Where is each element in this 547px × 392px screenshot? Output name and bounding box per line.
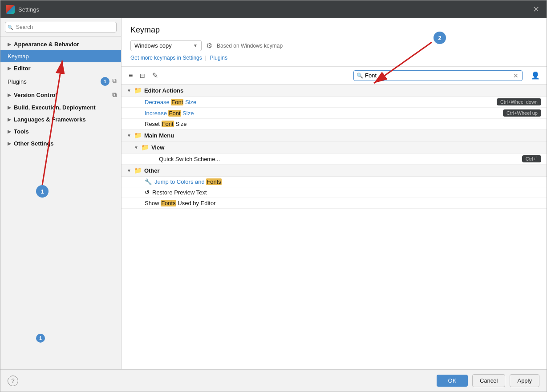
window-title: Settings — [18, 6, 527, 13]
link-separator: | — [205, 55, 208, 61]
plugins-badge: 1 — [101, 77, 109, 86]
tree-section-main-menu[interactable]: ▼ 📁 Main Menu — [122, 129, 547, 141]
sidebar-item-other[interactable]: ▶ Other Settings — [0, 137, 121, 150]
tree-item-jump-colors[interactable]: 🔧 Jump to Colors and Fonts — [122, 177, 547, 187]
keymap-links: Get more keymaps in Settings | Plugins — [130, 55, 538, 61]
sidebar-item-label: Tools — [14, 128, 29, 135]
app-icon — [6, 5, 15, 14]
bottom-bar: ? OK Cancel Apply — [0, 369, 547, 392]
sidebar-item-label: Appearance & Behavior — [14, 41, 79, 48]
sidebar-search-input[interactable] — [5, 22, 117, 32]
keymap-search-input[interactable] — [365, 72, 512, 79]
plugins-icons: 1 ⧉ — [101, 77, 117, 86]
sidebar-item-keymap[interactable]: Keymap — [0, 50, 121, 62]
apply-button[interactable]: Apply — [510, 374, 539, 387]
dialog-content: ▶ Appearance & Behavior Keymap ▶ Editor — [0, 18, 547, 369]
ok-button[interactable]: OK — [437, 375, 468, 387]
item-text-link: Decrease — [145, 99, 171, 105]
find-usages-button[interactable]: 👤 — [530, 70, 541, 81]
sidebar-item-appearance[interactable]: ▶ Appearance & Behavior — [0, 38, 121, 50]
sidebar-nav: ▶ Appearance & Behavior Keymap ▶ Editor — [0, 36, 121, 362]
section-label: Main Menu — [144, 132, 174, 139]
cancel-button[interactable]: Cancel — [472, 374, 505, 387]
restore-icon: ↺ — [145, 189, 150, 196]
section-label: Other — [144, 167, 160, 174]
item-label: Quick Switch Scheme... — [159, 156, 522, 162]
keymap-preset-row: Windows copy ▼ ⚙ Based on Windows keymap — [130, 40, 538, 51]
highlight-font: Font — [171, 99, 183, 105]
chevron-right-icon: ▶ — [8, 93, 11, 97]
keymap-preset-value: Windows copy — [134, 42, 172, 49]
highlight-fonts: Fonts — [161, 200, 176, 206]
close-button[interactable]: ✕ — [531, 4, 541, 14]
tree-item-decrease-font[interactable]: Decrease Font Size Ctrl+Wheel down — [122, 97, 547, 108]
chevron-right-icon: ▶ — [8, 141, 11, 146]
main-header: Keymap Windows copy ▼ ⚙ Based on Windows… — [122, 18, 547, 67]
keymap-toolbar: ≡ ⊟ ✎ 🔍 ✕ 👤 — [122, 67, 547, 85]
tree-item-show-fonts[interactable]: Show Fonts Used by Editor — [122, 198, 547, 209]
keymap-based-label: Based on Windows keymap — [217, 43, 283, 49]
sidebar-item-label: Keymap — [8, 53, 29, 60]
sidebar-item-editor[interactable]: ▶ Editor — [0, 62, 121, 74]
tree-subsection-view[interactable]: ▼ 📁 View — [122, 141, 547, 154]
expand-all-button[interactable]: ≡ — [127, 70, 134, 81]
dropdown-arrow-icon: ▼ — [193, 43, 198, 48]
page-title: Keymap — [130, 25, 538, 35]
shortcut-badge: Ctrl+` — [522, 155, 541, 162]
keymap-tree: ▼ 📁 Editor Actions Decrease Font Size Ct… — [122, 85, 547, 369]
edit-shortcut-button[interactable]: ✎ — [150, 69, 160, 81]
section-chevron-icon: ▼ — [127, 168, 131, 173]
main-panel: Keymap Windows copy ▼ ⚙ Based on Windows… — [122, 18, 547, 369]
copy-icon[interactable]: ⧉ — [112, 91, 117, 99]
tree-item-increase-font[interactable]: Increase Font Size Ctrl+Wheel up — [122, 108, 547, 119]
collapse-all-button[interactable]: ⊟ — [138, 70, 147, 81]
sidebar-item-label: Plugins — [8, 78, 27, 85]
subsection-label: View — [151, 144, 164, 151]
shortcut-badge: Ctrl+Wheel up — [503, 109, 541, 117]
tree-section-other[interactable]: ▼ 📁 Other — [122, 165, 547, 177]
folder-icon: 📁 — [134, 132, 142, 139]
help-button[interactable]: ? — [8, 376, 18, 386]
sidebar-item-label: Other Settings — [14, 140, 54, 147]
sidebar-item-tools[interactable]: ▶ Tools — [0, 125, 121, 137]
copy-icon[interactable]: ⧉ — [112, 77, 117, 86]
sidebar-item-build[interactable]: ▶ Build, Execution, Deployment — [0, 101, 121, 113]
tree-item-reset-font[interactable]: Reset Font Size — [122, 119, 547, 129]
chevron-right-icon: ▶ — [8, 42, 11, 47]
search-clear-icon[interactable]: ✕ — [512, 72, 519, 79]
sidebar-item-languages[interactable]: ▶ Languages & Frameworks — [0, 113, 121, 125]
sidebar-item-label: Editor — [14, 65, 31, 72]
tree-item-quick-switch[interactable]: Quick Switch Scheme... Ctrl+` — [122, 154, 547, 165]
tree-item-restore-preview[interactable]: ↺ Restore Preview Text — [122, 187, 547, 198]
get-more-keymaps-link[interactable]: Get more keymaps in Settings — [130, 55, 202, 61]
section-chevron-icon: ▼ — [127, 88, 131, 93]
sidebar-item-label: Languages & Frameworks — [14, 116, 86, 123]
item-label: Decrease Font Size — [145, 99, 497, 105]
sidebar-search-area — [0, 18, 121, 36]
item-label: Jump to Colors and Fonts — [154, 178, 541, 185]
highlight-font: Font — [162, 121, 174, 127]
gear-icon[interactable]: ⚙ — [206, 41, 212, 50]
annotation-badge-1: 1 — [36, 334, 45, 343]
keymap-dropdown[interactable]: Windows copy ▼ — [130, 40, 202, 51]
chevron-right-icon: ▶ — [8, 117, 11, 122]
sidebar-item-vcs[interactable]: ▶ Version Control ⧉ — [0, 89, 121, 101]
shortcut-badge: Ctrl+Wheel down — [497, 98, 541, 105]
highlight-fonts: Fonts — [206, 178, 222, 185]
plugins-link[interactable]: Plugins — [210, 55, 227, 61]
folder-icon: 📁 — [141, 144, 149, 151]
item-label: Show Fonts Used by Editor — [145, 200, 541, 206]
chevron-right-icon: ▶ — [8, 105, 11, 110]
folder-icon: 📁 — [134, 167, 142, 174]
search-icon: 🔍 — [357, 73, 363, 79]
item-text-link2: Size — [183, 99, 196, 105]
sidebar-item-plugins[interactable]: Plugins 1 ⧉ — [0, 74, 121, 89]
sidebar: ▶ Appearance & Behavior Keymap ▶ Editor — [0, 18, 122, 369]
section-label: Editor Actions — [144, 87, 183, 94]
item-label: Increase Font Size — [145, 110, 503, 117]
wrench-icon: 🔧 — [145, 178, 152, 185]
sidebar-item-label: Build, Execution, Deployment — [14, 104, 95, 111]
highlight-font: Font — [168, 110, 181, 117]
section-chevron-icon: ▼ — [127, 133, 131, 138]
tree-section-editor-actions[interactable]: ▼ 📁 Editor Actions — [122, 85, 547, 97]
